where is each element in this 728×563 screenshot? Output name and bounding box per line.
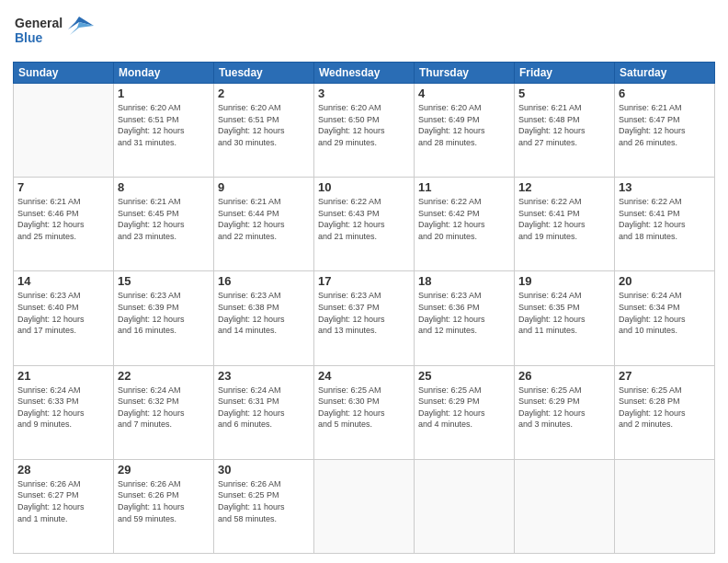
day-number: 15 — [118, 274, 210, 288]
calendar-header-row: Sunday Monday Tuesday Wednesday Thursday… — [14, 63, 715, 84]
day-info: Sunrise: 6:25 AM Sunset: 6:28 PM Dayligh… — [619, 385, 711, 431]
day-number: 21 — [17, 369, 109, 383]
day-number: 8 — [118, 180, 210, 194]
col-sunday: Sunday — [14, 63, 114, 84]
day-info: Sunrise: 6:22 AM Sunset: 6:41 PM Dayligh… — [619, 196, 711, 242]
calendar-week-row: 21Sunrise: 6:24 AM Sunset: 6:33 PM Dayli… — [14, 365, 715, 459]
day-info: Sunrise: 6:22 AM Sunset: 6:41 PM Dayligh… — [518, 196, 610, 242]
day-info: Sunrise: 6:21 AM Sunset: 6:46 PM Dayligh… — [17, 196, 109, 242]
col-tuesday: Tuesday — [214, 63, 314, 84]
day-number: 6 — [619, 86, 711, 100]
logo-content: General Blue — [13, 9, 96, 54]
table-row: 23Sunrise: 6:24 AM Sunset: 6:31 PM Dayli… — [214, 365, 314, 459]
day-number: 29 — [118, 463, 210, 477]
table-row — [415, 459, 515, 553]
day-number: 17 — [318, 274, 410, 288]
col-monday: Monday — [114, 63, 214, 84]
table-row: 22Sunrise: 6:24 AM Sunset: 6:32 PM Dayli… — [114, 365, 214, 459]
calendar-week-row: 14Sunrise: 6:23 AM Sunset: 6:40 PM Dayli… — [14, 271, 715, 365]
day-info: Sunrise: 6:20 AM Sunset: 6:51 PM Dayligh… — [218, 102, 310, 148]
col-thursday: Thursday — [415, 63, 515, 84]
day-number: 5 — [518, 86, 610, 100]
day-number: 28 — [17, 463, 109, 477]
table-row: 6Sunrise: 6:21 AM Sunset: 6:47 PM Daylig… — [615, 84, 715, 178]
table-row: 2Sunrise: 6:20 AM Sunset: 6:51 PM Daylig… — [214, 84, 314, 178]
table-row — [14, 84, 114, 178]
table-row: 14Sunrise: 6:23 AM Sunset: 6:40 PM Dayli… — [14, 271, 114, 365]
table-row: 28Sunrise: 6:26 AM Sunset: 6:27 PM Dayli… — [14, 459, 114, 553]
day-info: Sunrise: 6:25 AM Sunset: 6:29 PM Dayligh… — [418, 385, 510, 431]
day-info: Sunrise: 6:25 AM Sunset: 6:29 PM Dayligh… — [518, 385, 610, 431]
day-info: Sunrise: 6:23 AM Sunset: 6:36 PM Dayligh… — [418, 290, 510, 336]
svg-text:General: General — [15, 16, 63, 30]
table-row: 7Sunrise: 6:21 AM Sunset: 6:46 PM Daylig… — [14, 178, 114, 271]
day-info: Sunrise: 6:26 AM Sunset: 6:26 PM Dayligh… — [118, 478, 210, 524]
day-number: 19 — [518, 274, 610, 288]
table-row: 1Sunrise: 6:20 AM Sunset: 6:51 PM Daylig… — [114, 84, 214, 178]
table-row: 19Sunrise: 6:24 AM Sunset: 6:35 PM Dayli… — [515, 271, 615, 365]
table-row: 21Sunrise: 6:24 AM Sunset: 6:33 PM Dayli… — [14, 365, 114, 459]
day-info: Sunrise: 6:24 AM Sunset: 6:33 PM Dayligh… — [17, 385, 109, 431]
table-row — [515, 459, 615, 553]
svg-text:Blue: Blue — [15, 30, 43, 45]
day-info: Sunrise: 6:23 AM Sunset: 6:40 PM Dayligh… — [17, 290, 109, 336]
calendar-week-row: 7Sunrise: 6:21 AM Sunset: 6:46 PM Daylig… — [14, 178, 715, 271]
day-number: 13 — [619, 180, 711, 194]
day-number: 2 — [218, 86, 310, 100]
table-row: 8Sunrise: 6:21 AM Sunset: 6:45 PM Daylig… — [114, 178, 214, 271]
header: General Blue — [13, 9, 715, 54]
calendar-table: Sunday Monday Tuesday Wednesday Thursday… — [13, 62, 715, 554]
table-row: 30Sunrise: 6:26 AM Sunset: 6:25 PM Dayli… — [214, 459, 314, 553]
day-info: Sunrise: 6:23 AM Sunset: 6:39 PM Dayligh… — [118, 290, 210, 336]
table-row: 9Sunrise: 6:21 AM Sunset: 6:44 PM Daylig… — [214, 178, 314, 271]
day-info: Sunrise: 6:21 AM Sunset: 6:44 PM Dayligh… — [218, 196, 310, 242]
table-row: 29Sunrise: 6:26 AM Sunset: 6:26 PM Dayli… — [114, 459, 214, 553]
day-number: 1 — [118, 86, 210, 100]
table-row: 4Sunrise: 6:20 AM Sunset: 6:49 PM Daylig… — [415, 84, 515, 178]
day-number: 25 — [418, 369, 510, 383]
day-number: 18 — [418, 274, 510, 288]
col-wednesday: Wednesday — [314, 63, 415, 84]
day-info: Sunrise: 6:21 AM Sunset: 6:45 PM Dayligh… — [118, 196, 210, 242]
col-friday: Friday — [515, 63, 615, 84]
day-number: 14 — [17, 274, 109, 288]
day-number: 3 — [318, 86, 410, 100]
day-info: Sunrise: 6:24 AM Sunset: 6:31 PM Dayligh… — [218, 385, 310, 431]
table-row: 27Sunrise: 6:25 AM Sunset: 6:28 PM Dayli… — [615, 365, 715, 459]
table-row: 25Sunrise: 6:25 AM Sunset: 6:29 PM Dayli… — [415, 365, 515, 459]
day-info: Sunrise: 6:24 AM Sunset: 6:32 PM Dayligh… — [118, 385, 210, 431]
day-number: 23 — [218, 369, 310, 383]
logo: General Blue — [13, 9, 96, 54]
table-row: 3Sunrise: 6:20 AM Sunset: 6:50 PM Daylig… — [314, 84, 415, 178]
table-row: 11Sunrise: 6:22 AM Sunset: 6:42 PM Dayli… — [415, 178, 515, 271]
day-number: 30 — [218, 463, 310, 477]
page: General Blue Sunday Monday Tuesday Wedne… — [0, 0, 728, 563]
table-row — [615, 459, 715, 553]
day-number: 4 — [418, 86, 510, 100]
day-info: Sunrise: 6:24 AM Sunset: 6:35 PM Dayligh… — [518, 290, 610, 336]
day-number: 22 — [118, 369, 210, 383]
calendar-week-row: 1Sunrise: 6:20 AM Sunset: 6:51 PM Daylig… — [14, 84, 715, 178]
day-info: Sunrise: 6:20 AM Sunset: 6:50 PM Dayligh… — [318, 102, 410, 148]
day-info: Sunrise: 6:21 AM Sunset: 6:48 PM Dayligh… — [518, 102, 610, 148]
table-row: 5Sunrise: 6:21 AM Sunset: 6:48 PM Daylig… — [515, 84, 615, 178]
table-row: 26Sunrise: 6:25 AM Sunset: 6:29 PM Dayli… — [515, 365, 615, 459]
table-row — [314, 459, 415, 553]
day-number: 27 — [619, 369, 711, 383]
day-info: Sunrise: 6:25 AM Sunset: 6:30 PM Dayligh… — [318, 385, 410, 431]
day-info: Sunrise: 6:23 AM Sunset: 6:37 PM Dayligh… — [318, 290, 410, 336]
day-number: 7 — [17, 180, 109, 194]
day-number: 26 — [518, 369, 610, 383]
day-info: Sunrise: 6:22 AM Sunset: 6:43 PM Dayligh… — [318, 196, 410, 242]
day-info: Sunrise: 6:26 AM Sunset: 6:27 PM Dayligh… — [17, 478, 109, 524]
day-number: 10 — [318, 180, 410, 194]
logo-svg: General Blue — [13, 9, 96, 51]
day-info: Sunrise: 6:26 AM Sunset: 6:25 PM Dayligh… — [218, 478, 310, 524]
table-row: 18Sunrise: 6:23 AM Sunset: 6:36 PM Dayli… — [415, 271, 515, 365]
day-info: Sunrise: 6:20 AM Sunset: 6:51 PM Dayligh… — [118, 102, 210, 148]
day-number: 20 — [619, 274, 711, 288]
day-number: 12 — [518, 180, 610, 194]
calendar-week-row: 28Sunrise: 6:26 AM Sunset: 6:27 PM Dayli… — [14, 459, 715, 553]
col-saturday: Saturday — [615, 63, 715, 84]
table-row: 13Sunrise: 6:22 AM Sunset: 6:41 PM Dayli… — [615, 178, 715, 271]
